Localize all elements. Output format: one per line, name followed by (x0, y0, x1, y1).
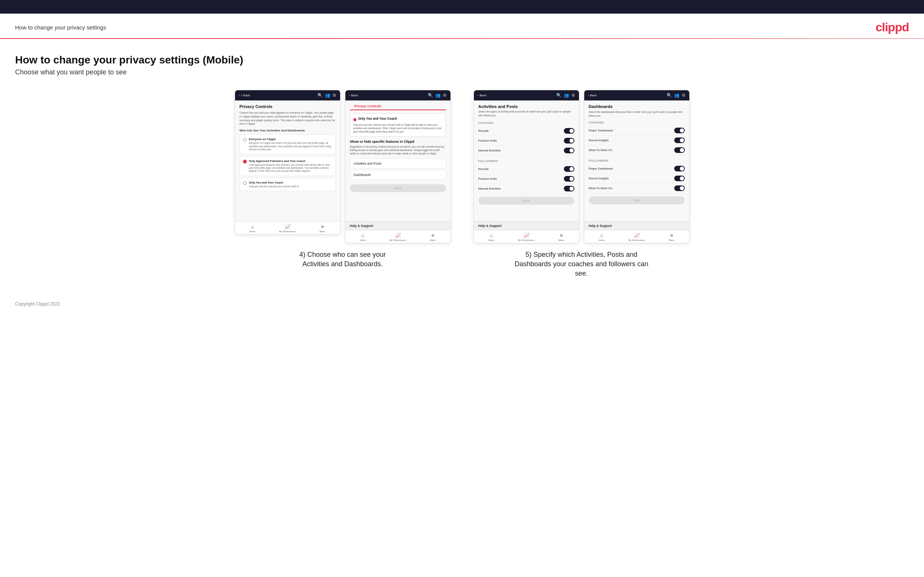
profile-icon-3[interactable]: 👥 (564, 93, 569, 98)
screens-layout: ‹ < Back 🔍 👥 ⚙ Privacy Controls Control … (15, 90, 909, 279)
privacy-tab[interactable]: Privacy Controls (354, 104, 382, 110)
breadcrumb: How to change your privacy settings (15, 24, 106, 31)
copyright: Copyright Clippd 2022 (15, 301, 60, 306)
screen1-option-1[interactable]: Everyone on Clippd Everyone on Clippd ca… (240, 134, 336, 154)
dashboards-menu[interactable]: Dashboards › (350, 170, 446, 180)
screen4-nav: ‹ Back 🔍 👥 ⚙ (584, 90, 689, 100)
screen1-back[interactable]: ‹ < Back (239, 93, 250, 97)
save-button-3[interactable]: Save (478, 197, 574, 205)
followers-label-3: FOLLOWERS (478, 160, 574, 163)
player-dash-label-4b: Player Dashboard (589, 167, 613, 170)
radio-circle-2 (243, 160, 247, 163)
right-phones: ‹ Back 🔍 👥 ⚙ Activities and Posts Select… (473, 90, 690, 243)
radio-desc-1: Everyone on Clippd can search for you an… (249, 142, 332, 151)
manual-toggle-3a[interactable] (564, 148, 574, 153)
followers-label-4: FOLLOWERS (589, 159, 685, 162)
screen3-content: Activities and Posts Select the types of… (474, 100, 579, 221)
bottom-nav-menu-3[interactable]: ≡ Menu (544, 233, 579, 241)
player-dash-toggle-4a[interactable] (674, 127, 685, 133)
chevron-right-2: › (441, 173, 442, 177)
radio-label-3: Only You and Your Coach (249, 181, 299, 184)
radio-desc-2: Only approved followers and coaches you … (249, 163, 332, 173)
back-chevron-3: ‹ (478, 93, 479, 97)
work-on-toggle-4a[interactable] (674, 147, 685, 153)
coaches-label-4: COACHES (589, 121, 685, 124)
manual-toggle-3b[interactable] (564, 186, 574, 192)
bottom-nav-perf-3[interactable]: 📈 My Performance (509, 233, 544, 241)
perf-icon-3: 📈 (523, 233, 530, 238)
help-bar-4: Help & Support (584, 221, 689, 230)
screen2: ‹ Back 🔍 👥 ⚙ Privacy Controls (345, 90, 451, 243)
screen4-nav-icons: 🔍 👥 ⚙ (667, 93, 685, 98)
bottom-nav-perf-2[interactable]: 📈 My Performance (380, 233, 415, 241)
bottom-nav-home-4[interactable]: ⌂ Home (584, 233, 619, 241)
top-bar (0, 0, 924, 14)
search-icon-4[interactable]: 🔍 (667, 93, 672, 98)
bottom-nav-perf-1[interactable]: 📈 My Performance (270, 224, 305, 233)
search-icon-3[interactable]: 🔍 (556, 93, 562, 98)
screen1-option-2[interactable]: Only Approved Followers and Your Coach O… (240, 156, 336, 176)
screen1-nav: ‹ < Back 🔍 👥 ⚙ (235, 90, 340, 100)
bottom-nav-home-2[interactable]: ⌂ Home (346, 233, 381, 241)
search-icon[interactable]: 🔍 (317, 93, 323, 98)
bottom-nav-menu-1[interactable]: ≡ Menu (305, 224, 340, 233)
popup-radio (353, 118, 356, 121)
screen1-content: Privacy Controls Control how you and you… (235, 100, 340, 221)
popup-box: Only You and Your Coach Only you and the… (350, 113, 446, 137)
screen2-content: Privacy Controls Only You and Your Coach… (346, 100, 451, 221)
bottom-nav-menu-2[interactable]: ≡ Menu (415, 233, 451, 241)
round-insights-toggle-4b[interactable] (674, 176, 685, 181)
drills-toggle-3a[interactable] (564, 138, 574, 143)
round-insights-toggle-4a[interactable] (674, 137, 685, 143)
settings-icon[interactable]: ⚙ (333, 93, 336, 98)
home-label-3: Home (488, 239, 494, 241)
caption-right: 5) Specify which Activities, Posts and D… (510, 250, 653, 279)
save-button-2[interactable]: Save (350, 184, 446, 192)
rounds-label-3a: Rounds (478, 129, 489, 132)
profile-icon-4[interactable]: 👥 (674, 93, 680, 98)
rounds-toggle-3b[interactable] (564, 166, 574, 172)
toggle-coaches-player-dash: Player Dashboard (589, 126, 685, 135)
screen4-back[interactable]: ‹ Back (588, 93, 597, 97)
radio-label-1: Everyone on Clippd (249, 137, 332, 141)
toggle-coaches-manual: Manual Activities (478, 146, 574, 156)
save-button-4[interactable]: Save (589, 197, 685, 204)
screen2-back[interactable]: ‹ Back (349, 93, 358, 97)
drills-toggle-3b[interactable] (564, 176, 574, 182)
menu-icon-2: ≡ (431, 233, 434, 238)
help-bar-3: Help & Support (474, 221, 579, 230)
radio-circle-3 (243, 181, 247, 185)
bottom-nav-home-3[interactable]: ⌂ Home (474, 233, 509, 241)
screen1-option-3[interactable]: Only You and Your Coach Only you and the… (240, 178, 336, 191)
work-on-label-4b: What To Work On (589, 187, 612, 190)
back-chevron: ‹ (239, 93, 240, 97)
screen1: ‹ < Back 🔍 👥 ⚙ Privacy Controls Control … (235, 90, 341, 234)
bottom-nav-home-1[interactable]: ⌂ Home (235, 224, 270, 233)
perf-label-4: My Performance (628, 239, 645, 241)
header: How to change your privacy settings clip… (0, 14, 924, 38)
rounds-toggle-3a[interactable] (564, 128, 574, 134)
work-on-toggle-4b[interactable] (674, 185, 685, 191)
settings-icon-3[interactable]: ⚙ (572, 93, 575, 98)
toggle-followers-player-dash: Player Dashboard (589, 164, 685, 174)
settings-icon-4[interactable]: ⚙ (682, 93, 685, 98)
activities-posts-menu[interactable]: Activities and Posts › (350, 159, 446, 168)
left-phones: ‹ < Back 🔍 👥 ⚙ Privacy Controls Control … (235, 90, 451, 243)
tab-bar: Privacy Controls (350, 104, 446, 110)
bottom-nav-perf-4[interactable]: 📈 My Performance (619, 233, 654, 241)
player-dash-toggle-4b[interactable] (674, 166, 685, 171)
home-icon-1: ⌂ (251, 224, 254, 230)
search-icon-2[interactable]: 🔍 (428, 93, 433, 98)
home-icon-2: ⌂ (361, 233, 364, 238)
round-insights-label-4b: Round Insights (589, 177, 609, 180)
profile-icon-2[interactable]: 👥 (435, 93, 441, 98)
back-label[interactable]: < Back (241, 93, 250, 97)
screen1-nav-icons: 🔍 👥 ⚙ (317, 93, 336, 98)
toggle-coaches-rounds: Rounds (478, 126, 574, 136)
screen1-bottom-nav: ⌂ Home 📈 My Performance ≡ Menu (235, 221, 340, 234)
popup-radio-row: Only You and Your Coach (353, 117, 443, 122)
bottom-nav-menu-4[interactable]: ≡ Menu (654, 233, 689, 241)
settings-icon-2[interactable]: ⚙ (443, 93, 447, 98)
screen3-back[interactable]: ‹ Back (478, 93, 486, 97)
profile-icon[interactable]: 👥 (325, 93, 330, 98)
